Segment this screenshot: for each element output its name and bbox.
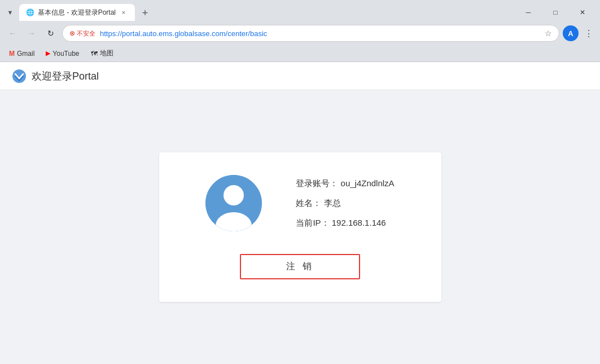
maps-icon: 🗺	[91, 50, 98, 58]
content-card: 登录账号： ou_j4ZndlnlzA 姓名： 李总 当前IP： 192.168…	[159, 152, 441, 302]
name-label: 姓名：	[296, 198, 321, 208]
bookmarks-bar: M Gmail ▶ YouTube 🗺 地图	[0, 45, 600, 62]
bookmark-youtube[interactable]: ▶ YouTube	[41, 49, 84, 59]
forward-button[interactable]: →	[24, 25, 40, 41]
bookmark-maps[interactable]: 🗺 地图	[86, 47, 118, 59]
account-value: ou_j4ZndlnlzA	[341, 178, 395, 188]
browser-chrome: ▼ 🌐 基本信息 - 欢迎登录Portal × + ─ □ ✕ ← → ↻ ⊗ …	[0, 0, 600, 62]
ip-value: 192.168.1.146	[332, 218, 386, 227]
site-title: 欢迎登录Portal	[32, 69, 99, 83]
avatar-svg	[205, 175, 262, 231]
site-header: 欢迎登录Portal	[0, 62, 600, 90]
bookmark-star[interactable]: ☆	[545, 29, 552, 38]
back-button[interactable]: ←	[5, 25, 20, 41]
security-badge[interactable]: ⊗ 不安全	[69, 29, 95, 38]
browser-menu-button[interactable]: ⋮	[582, 26, 595, 41]
new-tab-button[interactable]: +	[137, 5, 153, 21]
avatar	[205, 175, 262, 231]
youtube-icon: ▶	[46, 50, 50, 57]
ip-label: 当前IP：	[296, 218, 329, 227]
page-area: 欢迎登录Portal	[0, 62, 600, 364]
main-content: 登录账号： ou_j4ZndlnlzA 姓名： 李总 当前IP： 192.168…	[0, 90, 600, 364]
site-logo: 欢迎登录Portal	[11, 68, 99, 84]
gmail-label: Gmail	[17, 50, 34, 58]
title-bar-left: ▼ 🌐 基本信息 - 欢迎登录Portal × +	[5, 4, 153, 21]
logo-icon	[11, 68, 27, 84]
active-tab[interactable]: 🌐 基本信息 - 欢迎登录Portal ×	[19, 4, 135, 21]
tab-close-button[interactable]: ×	[119, 8, 128, 17]
tab-area: 🌐 基本信息 - 欢迎登录Portal × +	[19, 4, 153, 21]
profile-icon: A	[568, 29, 573, 38]
gmail-icon: M	[9, 50, 15, 58]
user-section: 登录账号： ou_j4ZndlnlzA 姓名： 李总 当前IP： 192.168…	[205, 175, 394, 231]
address-bar[interactable]: ⊗ 不安全 https://portal.auto.ems.globalsase…	[62, 25, 559, 42]
logout-section: 注 销	[204, 254, 396, 279]
minimize-button[interactable]: ─	[515, 3, 541, 21]
tab-favicon: 🌐	[26, 8, 34, 16]
refresh-button[interactable]: ↻	[43, 25, 59, 41]
bookmark-gmail[interactable]: M Gmail	[5, 49, 39, 59]
close-button[interactable]: ✕	[570, 3, 595, 21]
ip-row: 当前IP： 192.168.1.146	[296, 218, 394, 229]
name-row: 姓名： 李总	[296, 198, 394, 209]
account-row: 登录账号： ou_j4ZndlnlzA	[296, 178, 394, 189]
title-bar: ▼ 🌐 基本信息 - 欢迎登录Portal × + ─ □ ✕	[0, 0, 600, 21]
profile-button[interactable]: A	[563, 25, 579, 41]
security-label: 不安全	[77, 29, 95, 38]
tab-title: 基本信息 - 欢迎登录Portal	[38, 8, 116, 17]
logout-button[interactable]: 注 销	[240, 254, 360, 279]
user-info: 登录账号： ou_j4ZndlnlzA 姓名： 李总 当前IP： 192.168…	[296, 178, 394, 229]
security-icon: ⊗	[69, 29, 75, 37]
svg-point-2	[224, 185, 244, 205]
window-controls: ─ □ ✕	[515, 3, 595, 21]
url-display: https://portal.auto.ems.globalsase.com/c…	[100, 29, 540, 38]
avatar-circle	[205, 175, 262, 231]
maps-label: 地图	[100, 49, 113, 58]
account-label: 登录账号：	[296, 178, 338, 188]
nav-bar: ← → ↻ ⊗ 不安全 https://portal.auto.ems.glob…	[0, 21, 600, 45]
tab-switcher[interactable]: ▼	[5, 7, 16, 18]
youtube-label: YouTube	[52, 50, 79, 58]
maximize-button[interactable]: □	[542, 3, 568, 21]
name-value: 李总	[324, 198, 341, 208]
